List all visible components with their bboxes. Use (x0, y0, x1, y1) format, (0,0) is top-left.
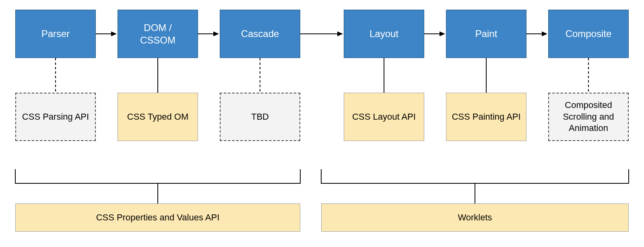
api-tbd: TBD (220, 93, 300, 141)
api-css-parsing-label: CSS Parsing API (22, 111, 89, 123)
stage-composite: Composite (548, 10, 629, 58)
bracket-right-group (321, 169, 629, 183)
group-css-props-values: CSS Properties and Values API (15, 203, 300, 232)
api-tbd-label: TBD (251, 111, 269, 123)
stage-layout: Layout (344, 10, 424, 58)
api-css-typed-om-label: CSS Typed OM (127, 111, 188, 123)
api-css-painting: CSS Painting API (446, 93, 526, 141)
stage-cascade-label: Cascade (241, 27, 279, 40)
stage-parser-label: Parser (41, 27, 70, 40)
api-css-layout-label: CSS Layout API (352, 111, 416, 123)
group-css-props-values-label: CSS Properties and Values API (96, 212, 220, 223)
api-composited-scrolling: Composited Scrolling and Animation (548, 93, 629, 141)
bracket-left-group (15, 169, 300, 183)
api-css-painting-label: CSS Painting API (452, 111, 520, 123)
stage-composite-label: Composite (566, 27, 612, 40)
stage-paint: Paint (446, 10, 526, 58)
api-css-layout: CSS Layout API (344, 93, 424, 141)
stage-layout-label: Layout (369, 27, 398, 40)
api-composited-scrolling-label: Composited Scrolling and Animation (551, 100, 626, 134)
api-css-typed-om: CSS Typed OM (118, 93, 198, 141)
stage-dom-cssom-label: DOM / CSSOM (140, 21, 175, 46)
stage-cascade: Cascade (220, 10, 300, 58)
stage-dom-cssom: DOM / CSSOM (118, 10, 198, 58)
api-css-parsing: CSS Parsing API (15, 93, 96, 141)
group-worklets: Worklets (321, 203, 629, 232)
group-worklets-label: Worklets (458, 212, 492, 223)
stage-parser: Parser (15, 10, 96, 58)
stage-paint-label: Paint (475, 27, 497, 40)
